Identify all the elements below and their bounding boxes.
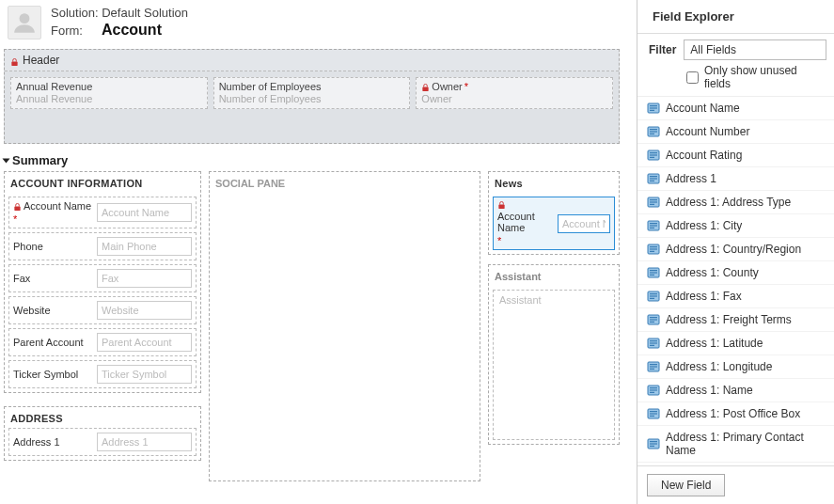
svg-rect-56: [650, 392, 654, 393]
form-name: Account: [102, 22, 162, 39]
svg-rect-55: [650, 389, 657, 390]
header-field-annual-revenue[interactable]: Annual Revenue: [10, 77, 208, 109]
field-input[interactable]: [97, 365, 192, 384]
svg-rect-27: [650, 225, 657, 226]
field-explorer-list[interactable]: Account NameAccount NumberAccount Rating…: [637, 96, 834, 465]
svg-rect-63: [650, 443, 657, 444]
field-explorer-item-label: Address 1: Primary Contact Name: [666, 431, 825, 457]
account-info-col[interactable]: ACCOUNT INFORMATION Account Name * Phone: [4, 171, 201, 393]
field-explorer-item[interactable]: Address 1: Freight Terms: [637, 308, 834, 332]
header-title-text: Header: [23, 54, 59, 67]
svg-rect-28: [650, 228, 654, 228]
field-icon: [647, 437, 660, 450]
field-explorer-footer: New Field: [637, 465, 834, 504]
address-section[interactable]: ADDRESS Address 1: [4, 406, 201, 461]
news-section[interactable]: News Account Name *: [488, 171, 620, 255]
svg-rect-15: [650, 154, 657, 155]
field-explorer-item[interactable]: Address 1: Name: [637, 379, 834, 402]
field-input[interactable]: [558, 214, 610, 233]
assistant-section[interactable]: Assistant Assistant: [488, 264, 620, 445]
filter-label: Filter: [649, 43, 676, 56]
only-unused-row[interactable]: Only show unused fields: [637, 62, 834, 96]
field-parent-account[interactable]: Parent Account: [8, 328, 197, 356]
field-explorer-item[interactable]: Address 1: County: [637, 261, 834, 285]
svg-rect-54: [650, 387, 657, 388]
header-section-title: Header: [5, 50, 619, 71]
field-fax[interactable]: Fax: [8, 264, 197, 292]
field-explorer-item[interactable]: Address 1: Latitude: [637, 332, 834, 355]
field-website[interactable]: Website: [8, 296, 197, 324]
svg-rect-52: [650, 369, 654, 370]
field-account-name[interactable]: Account Name *: [8, 197, 197, 228]
summary-section-header[interactable]: Summary: [4, 153, 620, 167]
field-explorer-panel: Field Explorer Filter All Fields Only sh…: [637, 0, 834, 504]
avatar-icon: [8, 6, 41, 39]
lock-icon: [13, 202, 22, 211]
assistant-placeholder[interactable]: Assistant: [493, 290, 615, 440]
field-label: Fax: [13, 273, 30, 284]
svg-rect-64: [650, 446, 654, 447]
field-label: Address 1: [13, 436, 60, 448]
field-explorer-item-label: Address 1: Fax: [666, 290, 742, 303]
svg-rect-7: [650, 107, 657, 108]
field-input[interactable]: [97, 301, 192, 320]
svg-rect-23: [650, 201, 657, 202]
caret-down-icon: [3, 158, 10, 163]
field-ticker-symbol[interactable]: Ticker Symbol: [8, 360, 197, 388]
field-input[interactable]: [421, 92, 607, 104]
field-input[interactable]: [16, 92, 202, 104]
field-input[interactable]: [219, 92, 405, 104]
field-explorer-item[interactable]: Address 1: Country/Region: [637, 238, 834, 261]
form-label: Form:: [51, 24, 83, 38]
social-pane-col[interactable]: SOCIAL PANE: [209, 171, 480, 481]
field-explorer-item[interactable]: Account Name: [637, 97, 834, 120]
field-explorer-filter-row: Filter All Fields: [637, 34, 834, 62]
account-info-title: ACCOUNT INFORMATION: [8, 176, 197, 193]
summary-body: ACCOUNT INFORMATION Account Name * Phone: [4, 171, 620, 481]
field-explorer-item-label: Account Rating: [666, 149, 742, 162]
field-explorer-item[interactable]: Address 1: Longitude: [637, 355, 834, 379]
svg-rect-19: [650, 178, 657, 179]
field-label: Ticker Symbol: [13, 369, 78, 380]
svg-rect-20: [650, 181, 654, 181]
field-input[interactable]: [97, 433, 192, 451]
field-input[interactable]: [97, 333, 192, 352]
field-explorer-item[interactable]: Address 1: Post Office Box: [637, 402, 834, 426]
svg-rect-60: [650, 416, 654, 417]
field-icon: [647, 102, 660, 115]
header-fields: Annual Revenue Number of Employees Owner…: [5, 71, 619, 115]
form-canvas[interactable]: Header Annual Revenue Number of Employee…: [0, 47, 637, 504]
header-field-employees[interactable]: Number of Employees: [213, 77, 411, 109]
field-input[interactable]: [97, 203, 192, 222]
svg-point-0: [20, 13, 30, 24]
solution-label: Solution:: [51, 6, 99, 20]
field-news-account-name[interactable]: Account Name *: [493, 197, 615, 250]
field-icon: [647, 360, 660, 373]
svg-rect-59: [650, 413, 657, 414]
field-explorer-item[interactable]: Address 1: [637, 167, 834, 191]
field-input[interactable]: [97, 269, 192, 288]
social-pane-title: SOCIAL PANE: [213, 176, 476, 193]
field-explorer-item[interactable]: Address 1: Address Type: [637, 191, 834, 214]
field-explorer-item[interactable]: Address 1: City: [637, 214, 834, 238]
field-explorer-item[interactable]: Account Rating: [637, 144, 834, 167]
field-explorer-item[interactable]: Account Number: [637, 120, 834, 144]
field-explorer-item-label: Address 1: [666, 172, 716, 185]
field-explorer-item[interactable]: Address 1: Primary Contact Name: [637, 426, 834, 463]
svg-rect-18: [650, 176, 657, 177]
only-unused-checkbox[interactable]: [686, 71, 699, 84]
field-explorer-item[interactable]: Address 1: Fax: [637, 285, 834, 308]
filter-select[interactable]: All Fields: [684, 39, 826, 60]
field-phone[interactable]: Phone: [8, 232, 197, 260]
solution-name: Default Solution: [102, 6, 188, 20]
new-field-button[interactable]: New Field: [647, 474, 725, 496]
header-field-owner[interactable]: Owner *: [416, 77, 613, 109]
field-input[interactable]: [97, 237, 192, 256]
field-address1[interactable]: Address 1: [8, 428, 197, 456]
field-label: Parent Account: [13, 337, 84, 348]
header-section[interactable]: Header Annual Revenue Number of Employee…: [4, 49, 620, 144]
field-label: Annual Revenue: [16, 81, 92, 92]
field-icon: [647, 196, 660, 209]
field-explorer-item-label: Account Name: [666, 102, 740, 115]
field-explorer-item-label: Address 1: County: [666, 266, 759, 279]
